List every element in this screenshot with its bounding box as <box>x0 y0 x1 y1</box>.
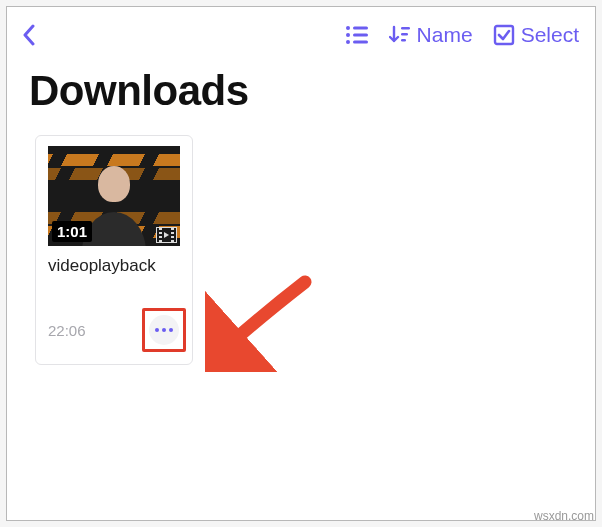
svg-rect-5 <box>353 41 368 44</box>
svg-point-0 <box>346 26 350 30</box>
duration-badge: 1:01 <box>52 221 92 242</box>
svg-rect-1 <box>353 27 368 30</box>
page-title: Downloads <box>7 63 595 127</box>
select-button[interactable]: Select <box>493 23 579 47</box>
watermark: wsxdn.com <box>534 509 594 523</box>
svg-rect-6 <box>401 27 410 30</box>
more-icon <box>155 328 159 332</box>
svg-rect-7 <box>401 33 408 36</box>
file-thumbnail: 1:01 <box>48 146 180 246</box>
sort-icon <box>389 25 411 45</box>
annotation-highlight <box>142 308 186 352</box>
video-type-icon <box>156 227 177 243</box>
file-name: videoplayback <box>48 256 180 276</box>
list-icon <box>345 25 369 45</box>
more-options-button[interactable] <box>149 315 179 345</box>
sort-button[interactable]: Name <box>389 23 473 47</box>
view-list-button[interactable] <box>345 25 369 45</box>
chevron-left-icon <box>21 24 36 46</box>
annotation-arrow-icon <box>205 272 315 372</box>
file-card[interactable]: 1:01 videoplayback 22:06 <box>35 135 193 365</box>
svg-point-4 <box>346 40 350 44</box>
checkbox-icon <box>493 24 515 46</box>
svg-point-2 <box>346 33 350 37</box>
back-button[interactable] <box>21 24 36 46</box>
toolbar: Name Select <box>7 7 595 63</box>
sort-label: Name <box>417 23 473 47</box>
file-timestamp: 22:06 <box>48 322 86 339</box>
svg-rect-8 <box>401 39 406 42</box>
select-label: Select <box>521 23 579 47</box>
svg-rect-3 <box>353 34 368 37</box>
